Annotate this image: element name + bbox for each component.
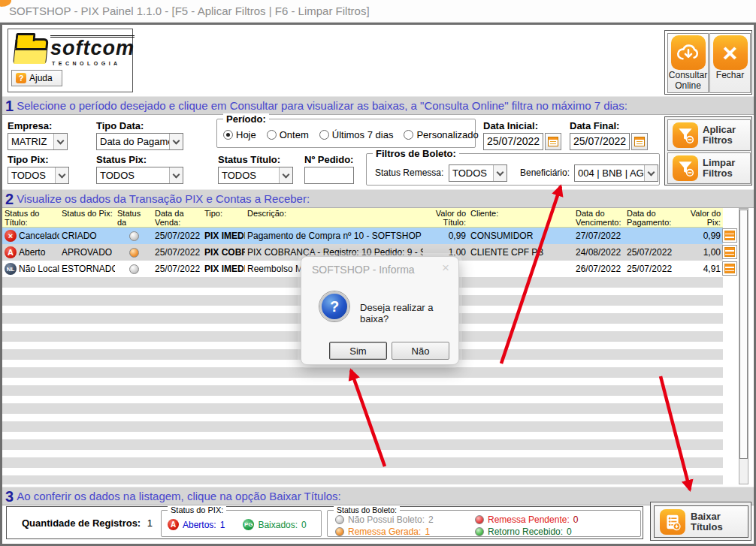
pedido-input[interactable] (304, 167, 354, 184)
scrollbar-thumb[interactable] (739, 210, 748, 459)
radio-dot (267, 130, 277, 140)
list-lines-icon (724, 247, 735, 257)
status-titulo-cell: Cancelado (19, 231, 59, 241)
status-titulo-select[interactable]: TODOS (218, 167, 293, 184)
status-remessa-select[interactable]: TODOS (449, 164, 507, 182)
section2-number: 2 (5, 191, 14, 207)
col-header-valor-titulo[interactable]: Valor do Título: (423, 208, 468, 227)
limpar-filtros-label: Limpar Filtros (703, 158, 745, 179)
radio-personalizado[interactable]: Personalizado (404, 129, 478, 140)
remessa-pendente-value: 0 (573, 514, 579, 525)
data-inicial-calendar-button[interactable] (545, 133, 561, 150)
tipo-pix-select[interactable]: TODOS (8, 167, 69, 184)
chevron-down-icon[interactable] (53, 134, 67, 149)
col-header-data-venda[interactable]: Data da Venda: (153, 208, 202, 227)
status-pix-group-label: Status do PIX: (168, 505, 226, 514)
data-inicial-label: Data Inicial: (483, 120, 538, 131)
beneficiario-select[interactable]: 004 | BNB | AG.12 (574, 164, 658, 182)
chevron-down-icon[interactable] (169, 167, 183, 183)
descricao-cell: Pagamento de Compra nº 10 - SOFTSHOP (245, 231, 423, 241)
col-header-data-vencimento[interactable]: Data do Vencimento: (573, 208, 624, 227)
col-header-data-pagamento[interactable]: Data do Pagamento: (624, 208, 674, 227)
baixados-icon: PG (243, 519, 254, 530)
status-titulo-label: Status Título: (218, 154, 280, 165)
aplicar-filtros-label: Aplicar Filtros (703, 125, 745, 146)
section3-number: 3 (5, 488, 14, 505)
tipo-data-label: Tipo Data: (96, 120, 144, 131)
sim-button[interactable]: Sim (329, 342, 387, 360)
remessa-gerada-item: Remessa Gerada: 1 (335, 526, 430, 537)
chevron-down-icon[interactable] (493, 165, 507, 181)
radio-ultimos7[interactable]: Últimos 7 dias (319, 129, 394, 140)
calendar-icon (548, 137, 558, 146)
section1-header: 1 Selecione o período desejado e clique … (2, 96, 754, 115)
boleto-orange-orb-icon (335, 527, 344, 536)
status-titulo-cell: Aberto (19, 247, 45, 258)
radio-hoje[interactable]: Hoje (223, 129, 256, 140)
chevron-down-icon[interactable] (169, 134, 183, 149)
table-header-row: Status do Título: Status do Pix: Status … (2, 208, 723, 228)
beneficiario-label: Beneficiário: (520, 167, 570, 178)
question-mark-icon: ? (319, 291, 349, 321)
chevron-down-icon[interactable] (55, 167, 68, 183)
download-list-icon (660, 509, 685, 535)
data-final-input[interactable]: 25/07/2022 (570, 133, 630, 150)
dialog-close-icon[interactable]: × (442, 261, 449, 276)
section3-title: Ao conferir os dados na listagem, clique… (17, 490, 341, 502)
row-detail-button[interactable] (722, 228, 737, 243)
nao-possui-value: 2 (428, 514, 434, 525)
fechar-button[interactable]: × Fechar (709, 33, 751, 93)
col-header-cliente[interactable]: Cliente: (468, 208, 573, 227)
empresa-label: Empresa: (8, 120, 52, 131)
table-row-selected[interactable]: ×Cancelado CRIADO 25/07/2022 PIX IMEDIA … (2, 228, 723, 244)
radio-personalizado-label: Personalizado (416, 129, 478, 140)
title-bar: SOFTSHOP - PIX Painel 1.1.0 - [F5 - Apli… (0, 0, 756, 23)
status-cancelado-icon: × (5, 230, 17, 242)
top-actions-panel: Consultar Online × Fechar (664, 30, 752, 95)
status-pix-label: Status Pix: (96, 154, 147, 165)
consultar-online-button[interactable]: Consultar Online (667, 33, 709, 93)
col-header-status-remessa[interactable]: Status da Remessa: (115, 208, 153, 227)
remessa-orb-gray (129, 264, 139, 274)
filtros-boleto-groupbox: Filtros de Boleto: Status Remessa: TODOS… (366, 153, 660, 186)
baixar-titulos-button[interactable]: Baixar Títulos (654, 505, 748, 538)
status-titulo-cell: Não Localiz (19, 264, 59, 274)
tipo-pix-value: TODOS (8, 170, 55, 181)
col-header-valor-pix[interactable]: Valor do Pix: (674, 208, 723, 227)
status-boleto-groupbox: Status do Boleto: Não Possui Boleto: 2 R… (327, 510, 641, 537)
window-title: SOFTSHOP - PIX Painel 1.1.0 - [F5 - Apli… (9, 5, 370, 17)
abertos-item: A Abertos: 1 (168, 519, 225, 530)
confirm-dialog: SOFTSHOP - Informa × ? Deseja realizar a… (301, 256, 459, 365)
chevron-down-icon[interactable] (279, 167, 292, 183)
col-header-status-pix[interactable]: Status do Pix: (59, 208, 115, 227)
radio-ontem[interactable]: Ontem (267, 129, 309, 140)
data-inicial-input[interactable]: 25/07/2022 (483, 133, 543, 150)
chevron-down-icon[interactable] (644, 165, 658, 181)
row-detail-button[interactable] (722, 245, 737, 259)
col-header-status-titulo[interactable]: Status do Título: (2, 208, 59, 227)
dialog-message: Deseja realizar a baixa? (360, 302, 458, 324)
row-detail-button[interactable] (722, 261, 737, 276)
nao-button[interactable]: Não (392, 342, 449, 360)
tipo-pix-label: Tipo Pix: (8, 154, 49, 165)
empresa-value: MATRIZ (8, 136, 53, 147)
boleto-green-orb-icon (475, 527, 484, 536)
help-button[interactable]: ? Ajuda (11, 70, 62, 86)
baixados-value: 0 (301, 520, 307, 530)
data-final-label: Data Final: (570, 120, 619, 131)
remessa-gerada-value: 1 (425, 526, 430, 537)
col-header-tipo[interactable]: Tipo: (202, 208, 245, 227)
tipo-data-select[interactable]: Data do Pagamento (96, 133, 183, 150)
empresa-select[interactable]: MATRIZ (8, 133, 68, 150)
status-pix-select[interactable]: TODOS (96, 167, 183, 184)
cliente-cell: CONSUMIDOR (468, 231, 573, 241)
section3-header: 3 Ao conferir os dados na listagem, cliq… (2, 487, 754, 505)
list-lines-icon (724, 264, 735, 273)
baixados-label: Baixados: (258, 520, 298, 530)
data-vencimento-cell: 27/07/2022 (573, 231, 624, 241)
col-header-descricao[interactable]: Descrição: (245, 208, 423, 227)
data-final-calendar-button[interactable] (631, 133, 648, 150)
baixados-item: PG Baixados: 0 (243, 519, 306, 530)
limpar-filtros-button[interactable]: Limpar Filtros (667, 152, 751, 184)
aplicar-filtros-button[interactable]: Aplicar Filtros (667, 119, 751, 151)
